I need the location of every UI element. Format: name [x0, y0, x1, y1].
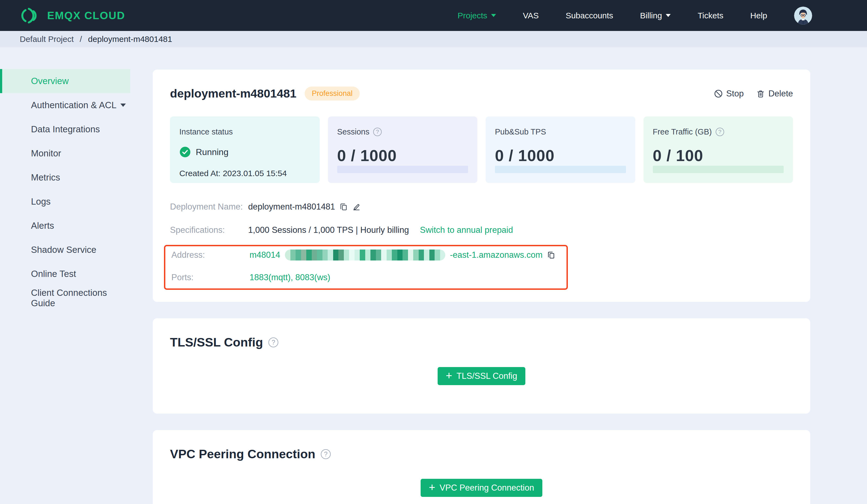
nav-item-tickets[interactable]: Tickets	[697, 11, 723, 20]
sessions-card: Sessions ? 0 / 1000	[328, 117, 478, 183]
help-icon[interactable]: ?	[268, 338, 278, 347]
copy-icon	[340, 202, 348, 211]
address-prefix: m48014	[249, 250, 280, 260]
emqx-logo-icon	[20, 8, 40, 24]
vpc-peering-card: VPC Peering Connection ? + VPC Peering C…	[153, 430, 810, 504]
ban-icon	[714, 89, 723, 98]
sidebar-item-shadow-service[interactable]: Shadow Service	[0, 238, 130, 262]
delete-button[interactable]: Delete	[756, 89, 793, 99]
chevron-down-icon	[491, 14, 496, 17]
specifications-value-group: 1,000 Sessions / 1,000 TPS | Hourly bill…	[248, 225, 513, 235]
nav-item-vas[interactable]: VAS	[523, 11, 539, 20]
sidebar-item-authentication-acl[interactable]: Authentication & ACL	[0, 93, 130, 117]
nav-subaccounts-label: Subaccounts	[566, 11, 613, 20]
edit-name-button[interactable]	[352, 202, 361, 211]
pubsub-tps-progress-bar	[495, 166, 626, 173]
pubsub-tps-card: Pub&Sub TPS 0 / 1000	[485, 117, 635, 183]
breadcrumb: Default Project / deployment-m4801481	[0, 31, 867, 47]
sidebar-item-overview[interactable]: Overview	[0, 69, 130, 93]
check-circle-icon	[179, 146, 191, 158]
deployment-details: Deployment Name: deployment-m4801481	[170, 201, 793, 290]
free-traffic-label-row: Free Traffic (GB) ?	[653, 127, 784, 136]
sidebar-item-monitor[interactable]: Monitor	[0, 141, 130, 165]
free-traffic-progress-bar	[653, 166, 784, 173]
running-status-text: Running	[196, 147, 228, 157]
address-value-group: m48014-east-1.amazonaws.com	[249, 250, 555, 261]
instance-status-card: Instance status Running Created At: 2023…	[170, 117, 320, 183]
deployment-header: deployment-m4801481 Professional Stop	[170, 87, 793, 100]
nav-projects-label: Projects	[458, 11, 487, 20]
vpc-peering-title: VPC Peering Connection	[170, 447, 315, 461]
nav-item-help[interactable]: Help	[750, 11, 767, 20]
sidebar-item-metrics[interactable]: Metrics	[0, 165, 130, 189]
specifications-row: Specifications: 1,000 Sessions / 1,000 T…	[170, 224, 793, 236]
sidebar-item-alerts[interactable]: Alerts	[0, 213, 130, 238]
free-traffic-value: 0 / 100	[653, 146, 784, 165]
pubsub-tps-label: Pub&Sub TPS	[495, 127, 546, 136]
sidebar-data-integrations-label: Data Integrations	[31, 124, 100, 134]
help-icon[interactable]: ?	[373, 128, 382, 136]
deployment-actions: Stop Delete	[714, 89, 793, 99]
free-traffic-label: Free Traffic (GB)	[653, 127, 712, 136]
deployment-name-value: deployment-m4801481	[248, 202, 335, 212]
help-icon[interactable]: ?	[321, 449, 331, 459]
sessions-progress-bar	[337, 166, 468, 173]
sidebar: Overview Authentication & ACL Data Integ…	[0, 47, 130, 310]
pubsub-tps-value: 0 / 1000	[495, 146, 626, 165]
nav-vas-label: VAS	[523, 11, 539, 20]
address-mask	[285, 250, 445, 261]
add-tls-ssl-config-label: TLS/SSL Config	[457, 371, 517, 381]
vpc-peering-button-row: + VPC Peering Connection	[170, 479, 793, 497]
instance-status-label: Instance status	[179, 127, 310, 136]
sidebar-item-online-test[interactable]: Online Test	[0, 262, 130, 286]
main-content: deployment-m4801481 Professional Stop	[130, 47, 867, 504]
breadcrumb-current: deployment-m4801481	[88, 34, 172, 44]
deployment-name-label: Deployment Name:	[170, 202, 248, 212]
nav-item-subaccounts[interactable]: Subaccounts	[566, 11, 613, 20]
sidebar-shadow-service-label: Shadow Service	[31, 244, 96, 255]
sidebar-item-client-connections-guide[interactable]: Client Connections Guide	[0, 286, 130, 310]
brand-logo[interactable]: EMQX CLOUD	[20, 8, 125, 24]
nav-item-billing[interactable]: Billing	[640, 11, 671, 20]
brand-name: EMQX CLOUD	[47, 10, 125, 22]
address-highlight-box: Address: m48014-east-1.amazonaws.com	[164, 245, 568, 290]
chevron-down-icon	[120, 103, 126, 107]
ports-value: 1883(mqtt), 8083(ws)	[249, 273, 330, 282]
tls-ssl-button-row: + TLS/SSL Config	[170, 367, 793, 385]
deployment-name-value-group: deployment-m4801481	[248, 202, 361, 212]
nav-item-projects[interactable]: Projects	[458, 11, 496, 20]
vpc-peering-title-row: VPC Peering Connection ?	[170, 447, 793, 461]
sidebar-item-logs[interactable]: Logs	[0, 189, 130, 213]
created-at-text: Created At: 2023.01.05 15:54	[179, 169, 310, 178]
free-traffic-card: Free Traffic (GB) ? 0 / 100	[643, 117, 793, 183]
user-avatar[interactable]	[794, 7, 812, 25]
switch-annual-prepaid-link[interactable]: Switch to annual prepaid	[420, 225, 513, 235]
tls-ssl-title-row: TLS/SSL Config ?	[170, 335, 793, 350]
copy-address-button[interactable]	[547, 250, 555, 260]
specifications-value: 1,000 Sessions / 1,000 TPS | Hourly bill…	[248, 225, 409, 235]
stats-row: Instance status Running Created At: 2023…	[170, 117, 793, 183]
add-tls-ssl-config-button[interactable]: + TLS/SSL Config	[438, 367, 526, 385]
sessions-value: 0 / 1000	[337, 146, 468, 165]
instance-status-value: Running	[179, 146, 310, 158]
sidebar-online-test-label: Online Test	[31, 269, 76, 279]
add-vpc-peering-button[interactable]: + VPC Peering Connection	[421, 479, 542, 497]
pubsub-tps-label-row: Pub&Sub TPS	[495, 127, 626, 136]
top-navbar: EMQX CLOUD Projects VAS Subaccounts Bill…	[0, 0, 867, 31]
tls-ssl-card: TLS/SSL Config ? + TLS/SSL Config	[153, 318, 810, 414]
address-label: Address:	[171, 250, 249, 260]
help-icon[interactable]: ?	[716, 128, 724, 136]
plan-badge: Professional	[304, 87, 360, 100]
stop-button[interactable]: Stop	[714, 89, 744, 99]
edit-pencil-icon	[352, 202, 361, 211]
stop-button-label: Stop	[726, 89, 744, 99]
sidebar-item-data-integrations[interactable]: Data Integrations	[0, 117, 130, 141]
sidebar-overview-label: Overview	[31, 76, 69, 86]
sessions-label: Sessions	[337, 127, 370, 136]
breadcrumb-project-link[interactable]: Default Project	[20, 34, 74, 44]
deployment-name-row: Deployment Name: deployment-m4801481	[170, 201, 793, 213]
copy-name-button[interactable]	[340, 202, 348, 211]
deployment-title: deployment-m4801481	[170, 87, 297, 100]
sidebar-authentication-acl-label: Authentication & ACL	[31, 100, 117, 110]
specifications-label: Specifications:	[170, 225, 248, 235]
